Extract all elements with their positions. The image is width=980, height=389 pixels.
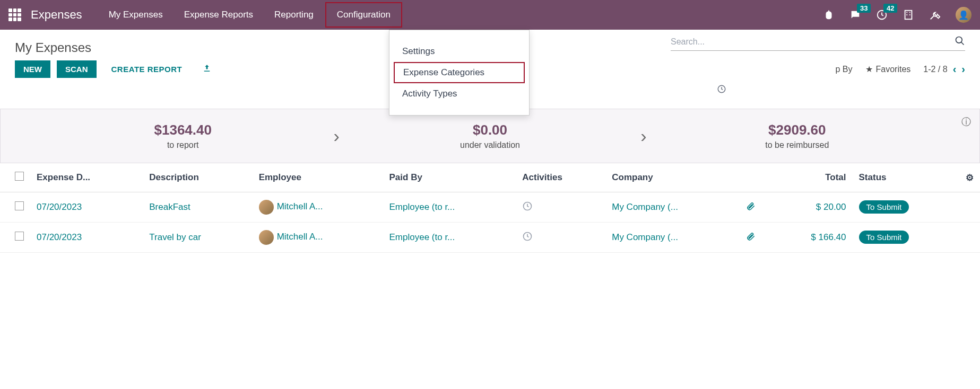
svg-rect-3 — [909, 12, 910, 13]
svg-rect-2 — [906, 12, 907, 13]
column-settings-icon[interactable]: ⚙ — [966, 173, 974, 183]
configuration-dropdown: Settings Expense Categories Activity Typ… — [389, 30, 530, 116]
nav-configuration[interactable]: Configuration — [325, 2, 402, 28]
employee-avatar — [259, 200, 274, 215]
group-by-filter[interactable]: p By — [835, 65, 852, 74]
new-button[interactable]: NEW — [15, 60, 50, 78]
activity-clock-icon[interactable] — [522, 204, 533, 214]
app-brand[interactable]: Expenses — [31, 8, 82, 22]
upload-icon[interactable] — [202, 64, 212, 75]
status-badge: To Submit — [859, 200, 909, 214]
col-status[interactable]: Status — [853, 163, 959, 192]
summary-under-validation[interactable]: $0.00 under validation — [340, 122, 640, 150]
help-icon[interactable]: ⓘ — [961, 116, 971, 128]
table-row[interactable]: 07/20/2023 BreakFast Mitchell A... Emplo… — [0, 192, 980, 223]
pager-prev-icon[interactable]: ‹ — [953, 63, 957, 75]
expense-table: Expense D... Description Employee Paid B… — [0, 163, 980, 253]
search-icon[interactable] — [955, 36, 965, 48]
activity-clock-icon[interactable] — [522, 234, 533, 244]
nav-expense-reports[interactable]: Expense Reports — [175, 2, 263, 28]
dropdown-settings[interactable]: Settings — [389, 41, 529, 62]
scan-button[interactable]: SCAN — [57, 60, 97, 78]
create-report-button[interactable]: CREATE REPORT — [103, 60, 191, 78]
chevron-right-icon: › — [640, 126, 646, 146]
svg-rect-4 — [906, 14, 907, 15]
dropdown-activity-types[interactable]: Activity Types — [389, 83, 529, 104]
nav-reporting[interactable]: Reporting — [265, 2, 323, 28]
summary-to-report[interactable]: $1364.40 to report — [32, 122, 333, 150]
company-icon[interactable] — [903, 9, 914, 21]
col-paid-by[interactable]: Paid By — [383, 163, 516, 192]
chevron-right-icon: › — [333, 126, 339, 146]
row-checkbox[interactable] — [15, 232, 24, 241]
svg-rect-1 — [905, 11, 912, 20]
dropdown-expense-categories[interactable]: Expense Categories — [394, 62, 525, 83]
apps-menu-icon[interactable] — [8, 8, 21, 21]
pager-next-icon[interactable]: › — [961, 63, 965, 75]
attachment-icon[interactable] — [746, 203, 756, 213]
status-badge: To Submit — [859, 231, 909, 244]
table-row[interactable]: 07/20/2023 Travel by car Mitchell A... E… — [0, 223, 980, 253]
col-date[interactable]: Expense D... — [30, 163, 143, 192]
summary-to-reimburse[interactable]: $2909.60 to be reimbursed — [647, 122, 948, 150]
svg-rect-5 — [909, 14, 910, 15]
clock-view-icon[interactable] — [717, 84, 726, 96]
svg-point-6 — [956, 37, 962, 43]
row-checkbox[interactable] — [15, 201, 24, 210]
activities-badge: 42 — [883, 4, 897, 13]
messages-badge: 33 — [857, 4, 871, 13]
star-icon: ★ — [865, 64, 873, 74]
select-all-checkbox[interactable] — [15, 172, 24, 181]
favorites-filter[interactable]: ★ Favorites — [865, 64, 911, 74]
tools-icon[interactable] — [929, 9, 941, 21]
attachment-icon[interactable] — [746, 233, 756, 243]
messages-icon[interactable]: 33 — [849, 9, 861, 21]
user-avatar[interactable]: 👤 — [956, 7, 972, 23]
employee-avatar — [259, 230, 274, 245]
col-description[interactable]: Description — [143, 163, 252, 192]
col-employee[interactable]: Employee — [253, 163, 383, 192]
col-total[interactable]: Total — [771, 163, 853, 192]
col-activities[interactable]: Activities — [516, 163, 605, 192]
nav-my-expenses[interactable]: My Expenses — [99, 2, 172, 28]
activities-icon[interactable]: 42 — [876, 9, 888, 21]
search-input[interactable] — [671, 37, 955, 47]
debug-icon[interactable] — [823, 9, 835, 21]
summary-bar: $1364.40 to report › $0.00 under validat… — [0, 109, 980, 163]
col-company[interactable]: Company — [605, 163, 739, 192]
pager-range[interactable]: 1-2 / 8 — [923, 65, 947, 74]
